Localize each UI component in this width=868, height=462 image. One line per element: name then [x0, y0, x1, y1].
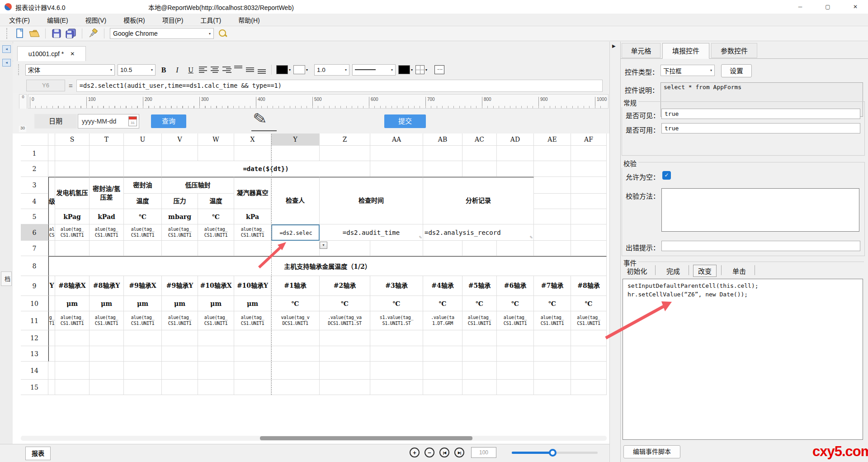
validate-method-textarea[interactable] — [661, 188, 859, 232]
zoom-level-input[interactable] — [471, 447, 496, 458]
cell-header[interactable]: 密封油/氢压差 — [90, 177, 124, 209]
query-button[interactable]: 查询 — [151, 114, 186, 128]
cell[interactable] — [124, 146, 162, 161]
cell[interactable] — [571, 362, 607, 380]
cell-date-formula[interactable]: =date(${dt}) — [162, 161, 370, 177]
preview-browser-select[interactable]: Google Chrome ▾ — [110, 28, 214, 39]
event-tab-change-active[interactable]: 改变 — [693, 265, 717, 277]
cell[interactable] — [124, 346, 162, 362]
cell[interactable] — [423, 241, 462, 256]
cell[interactable] — [55, 330, 90, 346]
italic-button[interactable]: I — [172, 64, 183, 76]
cell-header[interactable]: 凝汽器真空 — [234, 177, 271, 209]
open-folder-icon[interactable] — [29, 28, 40, 39]
selected-cell-y6[interactable]: =ds2.selec — [271, 224, 320, 241]
cell[interactable] — [162, 380, 198, 395]
column-header[interactable]: AC — [462, 133, 497, 146]
cell[interactable] — [571, 146, 607, 161]
align-left-icon[interactable] — [199, 66, 208, 74]
column-header[interactable]: W — [198, 133, 234, 146]
cell[interactable] — [534, 194, 571, 209]
cell-header[interactable]: 压力 — [162, 194, 198, 209]
tab-param-control[interactable]: 参数控件 — [711, 43, 757, 58]
cell-unit[interactable]: ℃ — [571, 296, 607, 311]
cell[interactable] — [423, 330, 462, 346]
cell[interactable] — [497, 362, 534, 380]
cell[interactable] — [423, 161, 462, 177]
cell-header[interactable]: #6轴承 — [497, 276, 534, 296]
sheet-tab-report[interactable]: 报表 — [25, 447, 51, 460]
bold-button[interactable]: B — [158, 64, 169, 76]
cell-unit[interactable]: ℃ — [497, 296, 534, 311]
cell[interactable] — [198, 362, 234, 380]
cell-header[interactable]: 密封油 — [124, 177, 162, 194]
line-style-select[interactable]: ▾ — [352, 64, 396, 76]
cell-unit[interactable]: ℃ — [124, 209, 162, 224]
cell-header[interactable]: #10轴承Y — [234, 276, 271, 296]
cell-formula[interactable]: alue(tag_CS1.UNIT1 — [90, 311, 124, 330]
cell-formula[interactable]: alue(tag_CS1.UNIT1 — [571, 311, 607, 330]
cell[interactable] — [462, 241, 497, 256]
preview-search-icon[interactable] — [217, 28, 228, 39]
cell-unit[interactable]: μm — [124, 296, 162, 311]
valign-top-icon[interactable] — [234, 66, 243, 74]
cell[interactable] — [462, 380, 497, 395]
cell-formula[interactable]: .value(ta1.DT.GRM — [423, 311, 462, 330]
collapse-outline-panel-icon[interactable]: ◂ — [2, 59, 11, 67]
cell-header[interactable]: 低压轴封 — [162, 177, 234, 194]
cell[interactable] — [370, 362, 423, 380]
cell-header[interactable]: #7轴承 — [534, 276, 571, 296]
cell-audit-time[interactable]: =ds2.audit_time✎ — [320, 224, 423, 241]
cell-formula[interactable]: alue(tag_CS1.UNIT1 — [497, 311, 534, 330]
cell-formula[interactable]: alue(tag_CS1.UNIT1 — [234, 224, 271, 241]
cell-unit[interactable]: ℃ — [320, 296, 370, 311]
cell[interactable] — [271, 146, 320, 161]
cell[interactable] — [320, 346, 370, 362]
event-tab-click[interactable]: 单击 — [726, 266, 752, 276]
cell-header[interactable]: 检查时间 — [320, 177, 423, 224]
cell[interactable] — [497, 146, 534, 161]
date-input[interactable]: yyyy-MM-dd 31 — [78, 114, 139, 129]
format-brush-icon[interactable] — [88, 28, 99, 39]
edit-event-script-button[interactable]: 编辑事件脚本 — [623, 445, 680, 458]
column-header[interactable]: T — [90, 133, 124, 146]
fill-color-picker[interactable]: ▾ — [293, 65, 308, 74]
cell[interactable] — [423, 362, 462, 380]
collapse-panel-icon[interactable]: ▶ — [612, 43, 616, 48]
column-header-partial[interactable] — [48, 133, 55, 146]
cell[interactable] — [271, 241, 320, 256]
cell[interactable] — [423, 346, 462, 362]
cell-unit[interactable]: kPad — [90, 209, 124, 224]
cell[interactable] — [90, 161, 124, 177]
cell[interactable] — [423, 380, 462, 395]
cell[interactable] — [271, 346, 320, 362]
align-center-icon[interactable] — [211, 66, 220, 74]
visible-input[interactable] — [661, 109, 860, 119]
cell[interactable] — [571, 346, 607, 362]
zoom-in-button[interactable]: + — [410, 448, 420, 457]
align-right-icon[interactable] — [222, 66, 231, 74]
cell[interactable] — [534, 209, 571, 224]
cell[interactable] — [55, 362, 90, 380]
cell-formula[interactable]: value(tag_vDCS1.UNIT1 — [271, 311, 320, 330]
cell[interactable] — [534, 380, 571, 395]
column-header[interactable]: AE — [534, 133, 571, 146]
font-family-select[interactable]: 宋体▾ — [25, 64, 115, 76]
cell-reference-box[interactable]: Y6 — [26, 80, 65, 91]
tab-close-icon[interactable]: ✕ — [70, 51, 75, 57]
border-style-picker[interactable]: ▾ — [415, 65, 427, 74]
cell[interactable] — [370, 241, 423, 256]
cell[interactable] — [534, 346, 571, 362]
row-header[interactable]: 7 — [21, 241, 48, 256]
cell-formula[interactable]: alue(tag_CS1.UNIT1 — [198, 224, 234, 241]
cell[interactable] — [534, 224, 571, 241]
row-header[interactable]: 5 — [21, 209, 48, 224]
zoom-out-button[interactable]: − — [425, 448, 434, 457]
cell-header[interactable]: #2轴承 — [320, 276, 370, 296]
cell-formula[interactable]: alue(tag_CS1.UNIT1 — [124, 224, 162, 241]
cell-header[interactable]: #4轴承 — [423, 276, 462, 296]
cell[interactable] — [571, 330, 607, 346]
cell[interactable] — [90, 362, 124, 380]
cell[interactable] — [55, 346, 90, 362]
zoom-slider-thumb[interactable] — [549, 449, 557, 457]
